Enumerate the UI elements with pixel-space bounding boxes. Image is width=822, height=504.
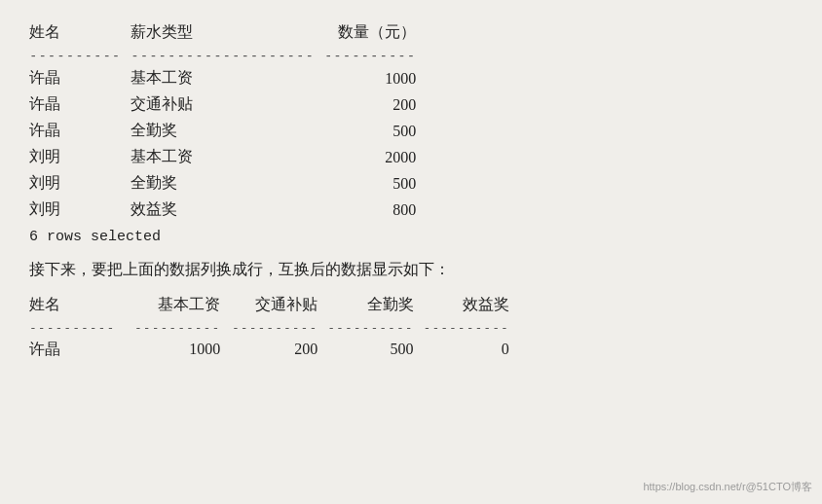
pivot-table-separator: ---------- ---------- ---------- -------… <box>29 318 527 337</box>
original-table-header: 姓名 薪水类型 数量（元） <box>29 19 474 46</box>
pivot-table-cell: 1000 <box>132 337 230 363</box>
pivot-table-section: 姓名 基本工资 交通补贴 全勤奖 效益奖 ---------- --------… <box>29 292 793 363</box>
pivot-table-cell: 许晶 <box>29 337 132 363</box>
table-row: 刘明效益奖800 <box>29 197 474 223</box>
pivot-sep-transport: ---------- <box>230 318 327 337</box>
table-cell: 500 <box>324 118 474 144</box>
table-cell: 500 <box>324 170 474 197</box>
sep-type: -------------------- <box>131 46 324 65</box>
rows-selected-text: 6 rows selected <box>29 229 793 245</box>
pivot-table-cell: 200 <box>230 337 327 363</box>
table-cell: 全勤奖 <box>131 170 324 197</box>
pivot-sep-base: ---------- <box>132 318 230 337</box>
pivot-table-cell: 0 <box>424 337 527 363</box>
table-cell: 许晶 <box>29 65 131 91</box>
pivot-sep-fullwork: ---------- <box>327 318 423 337</box>
table-cell: 刘明 <box>29 144 131 170</box>
table-row: 刘明全勤奖500 <box>29 170 474 197</box>
table-cell: 许晶 <box>29 91 131 118</box>
table-cell: 200 <box>324 91 474 118</box>
table-cell: 基本工资 <box>131 65 324 91</box>
sep-name: ---------- <box>29 46 131 65</box>
table-cell: 效益奖 <box>131 197 324 223</box>
original-table: 姓名 薪水类型 数量（元） ---------- ---------------… <box>29 19 474 223</box>
pivot-col-bonus: 效益奖 <box>424 292 527 318</box>
table-cell: 2000 <box>324 144 474 170</box>
pivot-sep-bonus: ---------- <box>424 318 527 337</box>
pivot-col-base: 基本工资 <box>132 292 230 318</box>
table-cell: 1000 <box>324 65 474 91</box>
table-row: 许晶交通补贴200 <box>29 91 474 118</box>
pivot-col-transport: 交通补贴 <box>230 292 327 318</box>
table-cell: 刘明 <box>29 197 131 223</box>
table-cell: 许晶 <box>29 118 131 144</box>
table-row: 刘明基本工资2000 <box>29 144 474 170</box>
table-cell: 刘明 <box>29 170 131 197</box>
table-row: 许晶基本工资1000 <box>29 65 474 91</box>
col-header-name: 姓名 <box>29 19 131 46</box>
table-cell: 800 <box>324 197 474 223</box>
pivot-table: 姓名 基本工资 交通补贴 全勤奖 效益奖 ---------- --------… <box>29 292 527 363</box>
description-text: 接下来，要把上面的数据列换成行，互换后的数据显示如下： <box>29 257 793 282</box>
col-header-type: 薪水类型 <box>131 19 324 46</box>
table-cell: 基本工资 <box>131 144 324 170</box>
original-table-separator: ---------- -------------------- --------… <box>29 46 474 65</box>
table-cell: 交通补贴 <box>131 91 324 118</box>
pivot-table-row: 许晶10002005000 <box>29 337 527 363</box>
original-table-section: 姓名 薪水类型 数量（元） ---------- ---------------… <box>29 19 793 223</box>
table-row: 许晶全勤奖500 <box>29 118 474 144</box>
sep-amount: ---------- <box>324 46 474 65</box>
pivot-table-cell: 500 <box>327 337 423 363</box>
col-header-amount: 数量（元） <box>324 19 474 46</box>
pivot-col-name: 姓名 <box>29 292 132 318</box>
pivot-sep-name: ---------- <box>29 318 132 337</box>
table-cell: 全勤奖 <box>131 118 324 144</box>
pivot-table-header: 姓名 基本工资 交通补贴 全勤奖 效益奖 <box>29 292 527 318</box>
watermark: https://blog.csdn.net/r@51CTO博客 <box>643 480 812 494</box>
pivot-col-fullwork: 全勤奖 <box>327 292 423 318</box>
